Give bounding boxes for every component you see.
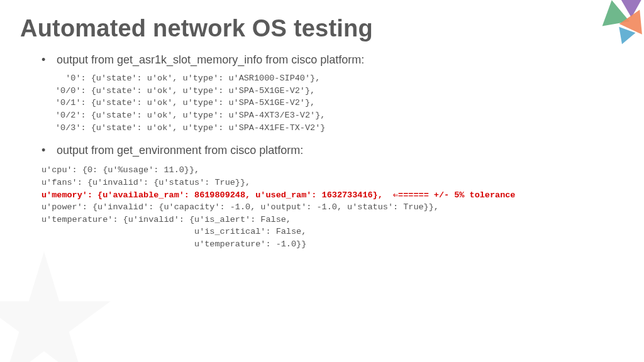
code-block-slot-memory: '0': {u'state': u'ok', u'type': u'ASR100…: [55, 72, 624, 134]
bullet-text: output from get_asr1k_slot_memory_info f…: [57, 53, 364, 66]
slide-content: output from get_asr1k_slot_memory_info f…: [20, 52, 624, 250]
bullet-item: output from get_asr1k_slot_memory_info f…: [38, 52, 624, 67]
slide: Automated network OS testing output from…: [0, 0, 644, 362]
svg-marker-0: [0, 251, 111, 362]
decorative-corner: [582, 0, 644, 50]
code-line: u'temperature': {u'invalid': {u'is_alert…: [42, 215, 291, 224]
watermark-star-icon: [0, 249, 113, 362]
code-line-highlight: u'memory': {u'available_ram': 8619809248…: [42, 190, 515, 200]
code-line: u'fans': {u'invalid': {u'status': True}}…: [42, 178, 250, 187]
code-line: u'is_critical': False,: [42, 227, 306, 236]
bullet-item: output from get_environment from cisco p…: [38, 143, 624, 158]
code-line: u'temperature': -1.0}}: [42, 239, 306, 249]
slide-title: Automated network OS testing: [20, 15, 624, 42]
bullet-text: output from get_environment from cisco p…: [57, 144, 303, 156]
bullet-list: output from get_environment from cisco p…: [38, 143, 624, 158]
code-block-environment: u'cpu': {0: {u'%usage': 11.0}}, u'fans':…: [42, 164, 624, 250]
code-line: u'cpu': {0: {u'%usage': 11.0}},: [42, 165, 199, 175]
bullet-list: output from get_asr1k_slot_memory_info f…: [38, 52, 624, 67]
code-line: u'power': {u'invalid': {u'capacity': -1.…: [42, 202, 439, 212]
